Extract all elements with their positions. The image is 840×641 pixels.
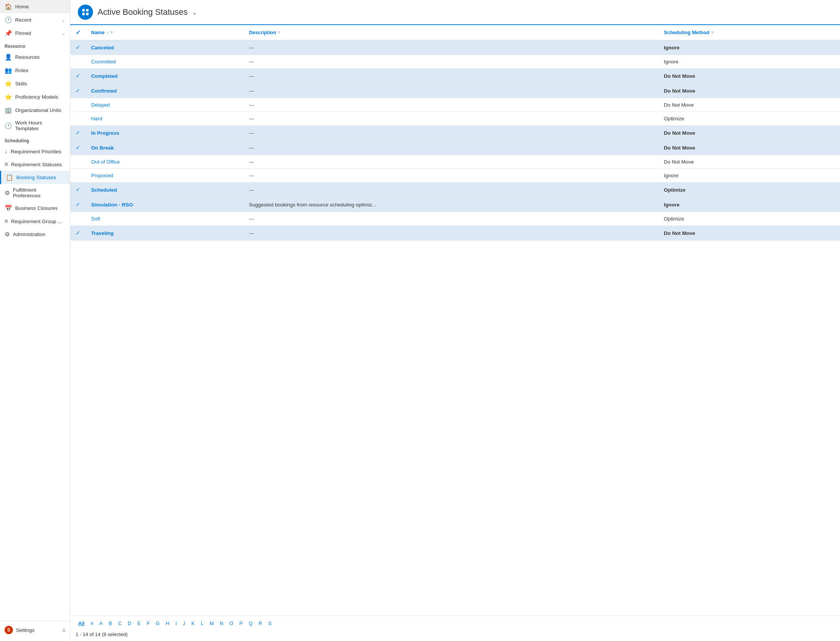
table-row[interactable]: Committed---Ignore (70, 55, 840, 69)
row-check-5[interactable] (70, 98, 86, 112)
sidebar-item-home[interactable]: 🏠 Home (0, 0, 70, 13)
sidebar-item-organizational-units[interactable]: 🏢 Organizational Units (0, 104, 70, 117)
row-check-4[interactable]: ✓ (70, 84, 86, 98)
row-name-8[interactable]: On Break (86, 140, 244, 155)
sidebar-item-booking-statuses[interactable]: 📋 Booking Statuses (0, 171, 70, 184)
alpha-btn-R[interactable]: R (256, 619, 264, 628)
sidebar-item-proficiency-models[interactable]: ⭐ Proficiency Models (0, 90, 70, 104)
table-row[interactable]: Hard---Optimize (70, 112, 840, 126)
title-dropdown-chevron[interactable]: ⌄ (192, 9, 197, 16)
table-row[interactable]: ✓Completed---Do Not Move (70, 69, 840, 84)
col-header-name[interactable]: Name ↑ ▿ (86, 25, 244, 40)
row-name-3[interactable]: Completed (86, 69, 244, 84)
sidebar-item-work-hours-templates[interactable]: 🕐 Work Hours Templates (0, 117, 70, 134)
row-check-8[interactable]: ✓ (70, 140, 86, 155)
sidebar-label-settings: Settings (16, 627, 35, 633)
row-name-6[interactable]: Hard (86, 112, 244, 126)
sidebar-item-requirement-priorities[interactable]: ↓ Requirement Priorities (0, 145, 70, 158)
table-row[interactable]: Out of Office---Do Not Move (70, 155, 840, 169)
table-row[interactable]: ✓Simulation - RSOSuggested bookings from… (70, 197, 840, 212)
svg-rect-0 (82, 9, 85, 11)
row-check-14[interactable]: ✓ (70, 226, 86, 241)
row-check-11[interactable]: ✓ (70, 182, 86, 197)
svg-rect-2 (82, 13, 85, 15)
row-check-2[interactable] (70, 55, 86, 69)
table-row[interactable]: ✓In Progress---Do Not Move (70, 126, 840, 140)
sidebar-label-requirement-group: Requirement Group ... (11, 219, 62, 224)
table-row[interactable]: Delayed---Do Not Move (70, 98, 840, 112)
alpha-btn-S[interactable]: S (266, 619, 274, 628)
row-name-5[interactable]: Delayed (86, 98, 244, 112)
sidebar-item-pinned[interactable]: 📌 Pinned ⌄ (0, 27, 70, 40)
select-all-checkbox[interactable]: ✓ (76, 29, 81, 35)
row-check-6[interactable] (70, 112, 86, 126)
row-method-2: Ignore (659, 55, 840, 69)
filter-icon-name[interactable]: ▿ (110, 30, 113, 35)
row-name-13[interactable]: Soft (86, 212, 244, 226)
table-row[interactable]: ✓Traveling---Do Not Move (70, 226, 840, 241)
alpha-btn-#[interactable]: # (88, 619, 96, 628)
row-name-10[interactable]: Proposed (86, 169, 244, 182)
sidebar-item-roles[interactable]: 👥 Roles (0, 64, 70, 77)
row-name-7[interactable]: In Progress (86, 126, 244, 140)
table-row[interactable]: ✓On Break---Do Not Move (70, 140, 840, 155)
alpha-btn-G[interactable]: G (153, 619, 163, 628)
row-method-14: Do Not Move (659, 226, 840, 241)
filter-icon-description[interactable]: ▿ (278, 30, 280, 35)
row-name-2[interactable]: Committed (86, 55, 244, 69)
alpha-btn-J[interactable]: J (180, 619, 188, 628)
alpha-btn-M[interactable]: M (207, 619, 216, 628)
col-header-scheduling_method[interactable]: Scheduling Method ▿ (659, 25, 840, 40)
table-row[interactable]: Proposed---Ignore (70, 169, 840, 182)
filter-icon-scheduling_method[interactable]: ▿ (711, 30, 714, 35)
sidebar-item-recent[interactable]: 🕐 Recent ⌄ (0, 13, 70, 27)
row-check-12[interactable]: ✓ (70, 197, 86, 212)
table-row[interactable]: ✓Confirmed---Do Not Move (70, 84, 840, 98)
alpha-btn-I[interactable]: I (173, 619, 179, 628)
row-name-9[interactable]: Out of Office (86, 155, 244, 169)
row-name-14[interactable]: Traveling (86, 226, 244, 241)
row-desc-12: Suggested bookings from resource schedul… (244, 197, 659, 212)
alpha-btn-F[interactable]: F (144, 619, 153, 628)
sidebar-item-resources[interactable]: 👤 Resources (0, 50, 70, 64)
alpha-btn-C[interactable]: C (115, 619, 124, 628)
row-name-12[interactable]: Simulation - RSO (86, 197, 244, 212)
sidebar-item-requirement-group[interactable]: ≡ Requirement Group ... (0, 215, 70, 228)
row-check-13[interactable] (70, 212, 86, 226)
sidebar-item-administration[interactable]: ⚙ Administration (0, 228, 70, 241)
row-desc-3: --- (244, 69, 659, 84)
row-check-9[interactable] (70, 155, 86, 169)
alpha-btn-B[interactable]: B (106, 619, 115, 628)
row-check-3[interactable]: ✓ (70, 69, 86, 84)
settings-avatar: S (5, 626, 13, 634)
row-name-4[interactable]: Confirmed (86, 84, 244, 98)
alpha-btn-All[interactable]: All (76, 619, 87, 628)
alpha-btn-A[interactable]: A (97, 619, 105, 628)
row-name-11[interactable]: Scheduled (86, 182, 244, 197)
col-header-description[interactable]: Description ▿ (244, 25, 659, 40)
alpha-btn-K[interactable]: K (189, 619, 197, 628)
sort-icon-name[interactable]: ↑ (106, 31, 108, 35)
alpha-btn-Q[interactable]: Q (246, 619, 255, 628)
alpha-btn-P[interactable]: P (237, 619, 245, 628)
row-check-1[interactable]: ✓ (70, 40, 86, 55)
alpha-btn-O[interactable]: O (227, 619, 236, 628)
alpha-btn-H[interactable]: H (163, 619, 172, 628)
row-name-1[interactable]: Canceled (86, 40, 244, 55)
sidebar-item-skills[interactable]: ⭐ Skills (0, 77, 70, 90)
row-check-7[interactable]: ✓ (70, 126, 86, 140)
alpha-btn-L[interactable]: L (198, 619, 206, 628)
table-row[interactable]: ✓Canceled---Ignore (70, 40, 840, 55)
sidebar-label-administration: Administration (13, 232, 45, 237)
alpha-btn-D[interactable]: D (125, 619, 134, 628)
sidebar-item-business-closures[interactable]: 📅 Business Closures (0, 201, 70, 215)
sidebar-item-requirement-statuses[interactable]: ≡ Requirement Statuses (0, 158, 70, 171)
table-row[interactable]: ✓Scheduled---Optimize (70, 182, 840, 197)
alpha-btn-N[interactable]: N (217, 619, 226, 628)
table-row[interactable]: Soft---Optimize (70, 212, 840, 226)
row-check-10[interactable] (70, 169, 86, 182)
alpha-btn-E[interactable]: E (135, 619, 143, 628)
sidebar-item-settings[interactable]: S Settings ∆ (0, 623, 70, 637)
sidebar-item-fulfillment-preferences[interactable]: ⚙ Fulfillment Preferences (0, 184, 70, 201)
row-desc-1: --- (244, 40, 659, 55)
